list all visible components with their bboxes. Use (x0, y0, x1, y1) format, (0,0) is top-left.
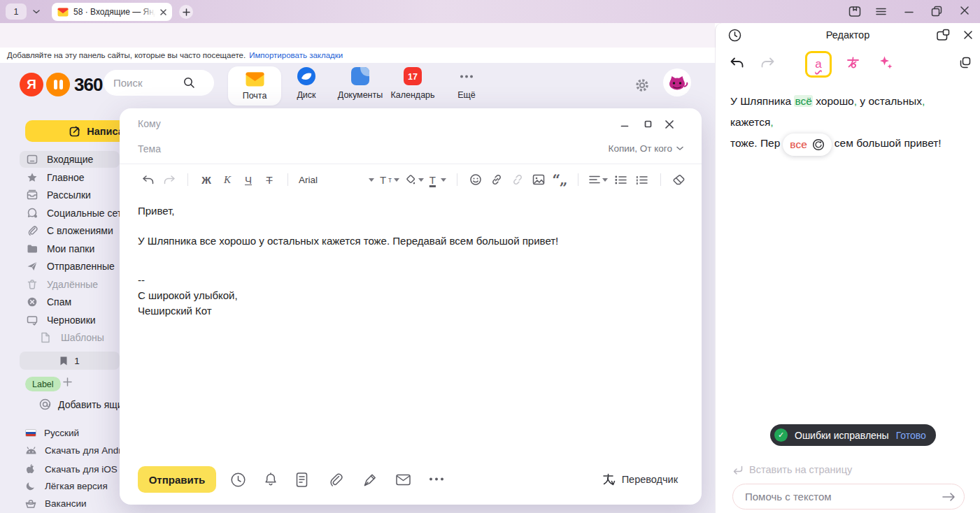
sidebar-folder-social[interactable]: Социальные сети (20, 205, 120, 222)
sidebar-folder-sent[interactable]: Отправленные (20, 258, 120, 275)
add-label-icon[interactable] (63, 377, 72, 386)
signature-dashes[interactable]: -- (138, 273, 145, 287)
download-ios-link[interactable]: Скачать для iOS (25, 463, 118, 475)
panel-close-icon[interactable] (963, 30, 973, 40)
attach-file-icon[interactable] (327, 472, 343, 488)
app-mail[interactable]: Почта (228, 66, 281, 106)
font-family-select[interactable]: Arial (299, 175, 374, 185)
vacancies-link[interactable]: Вакансии (25, 498, 87, 509)
link-icon[interactable] (489, 172, 504, 187)
email-body-text[interactable]: У Шляпника все хорошо у остальных кажетс… (138, 233, 683, 248)
envelope-icon[interactable] (395, 472, 411, 488)
translator-button[interactable]: Переводчик (602, 472, 678, 486)
search-box[interactable] (104, 70, 214, 96)
settings-gear-icon[interactable] (634, 77, 651, 94)
window-restore-button[interactable] (931, 6, 942, 17)
to-field[interactable]: Кому (138, 118, 161, 129)
insert-image-icon[interactable] (531, 172, 546, 187)
editor-undo-icon[interactable] (730, 57, 744, 69)
pen-icon[interactable] (362, 472, 378, 488)
align-icon[interactable] (589, 172, 608, 187)
signature-line1[interactable]: С широкой улыбкой, (138, 288, 238, 303)
compose-pencil-icon (69, 126, 80, 137)
send-button[interactable]: Отправить (138, 466, 216, 493)
language-link[interactable]: Русский (25, 428, 79, 438)
compose-popout-icon[interactable] (644, 120, 653, 129)
eraser-icon[interactable] (672, 172, 687, 187)
emoji-icon[interactable] (468, 172, 483, 187)
italic-button[interactable]: К (220, 172, 235, 187)
highlight-color-button[interactable] (405, 172, 424, 187)
undo-icon[interactable] (141, 172, 156, 187)
add-mailbox-row[interactable]: Добавить ящик (39, 398, 127, 410)
sidebar-folder-inbox[interactable]: Входящие (20, 151, 120, 168)
sidebar-folder-trash[interactable]: Удалённые (20, 276, 120, 293)
added-word[interactable]: всё (794, 95, 812, 107)
underline-button[interactable]: Ч (241, 172, 256, 187)
import-bookmarks-link[interactable]: Импортировать закладки (249, 51, 343, 59)
quote-icon[interactable]: “„ (552, 172, 567, 187)
signature-line2[interactable]: Чеширский Кот (138, 303, 212, 318)
unlink-icon[interactable] (510, 172, 525, 187)
ai-prompt-box[interactable] (732, 484, 965, 510)
redo-icon[interactable] (162, 172, 177, 187)
tab-list-chevron-icon[interactable] (32, 9, 41, 15)
window-minimize-button[interactable] (904, 11, 914, 13)
corrected-text[interactable]: У Шляпника всё хорошо, у остальных, каже… (730, 91, 967, 156)
template-icon[interactable] (296, 472, 308, 488)
revert-word-pill[interactable]: все (783, 133, 831, 156)
sidebar-folder-newsletters[interactable]: Рассылки (20, 187, 120, 203)
revert-icon[interactable] (812, 138, 825, 151)
browser-tab[interactable]: 58 · Входящие — Яндек (52, 3, 172, 21)
sidebar-folder-attachments[interactable]: С вложениями (20, 222, 120, 239)
email-greeting[interactable]: Привет, (138, 203, 175, 218)
app-calendar[interactable]: 17 Календарь (386, 66, 439, 100)
label-tag[interactable]: Label (25, 377, 61, 391)
compose-close-icon[interactable] (665, 120, 674, 129)
cc-from-toggle[interactable]: Копии, От кого (609, 143, 683, 154)
bold-button[interactable]: Ж (199, 172, 214, 187)
new-tab-button[interactable] (179, 5, 193, 19)
light-version-link[interactable]: Лёгкая версия (25, 481, 108, 491)
app-more[interactable]: Ещё (440, 66, 493, 100)
reminder-bell-icon[interactable] (263, 472, 278, 488)
ai-prompt-input[interactable] (745, 491, 942, 503)
toast-done-button[interactable]: Готово (896, 430, 926, 441)
spellcheck-tool-highlighted[interactable]: а (805, 51, 832, 78)
copy-icon[interactable] (958, 56, 972, 70)
sidebar-folder-main[interactable]: Главное (20, 169, 120, 186)
subject-field[interactable]: Тема (138, 143, 161, 154)
search-icon[interactable] (183, 77, 195, 89)
sidebar-folder-drafts[interactable]: Черновики (20, 312, 120, 328)
sidebar-folder-templates[interactable]: Шаблоны (20, 329, 120, 346)
strikethrough-button[interactable]: Т (262, 172, 277, 187)
window-close-button[interactable] (960, 6, 970, 15)
yandex360-logo[interactable]: Я 360 (20, 73, 102, 96)
tab-count-button[interactable]: 1 (6, 3, 27, 20)
submit-arrow-icon[interactable] (942, 492, 956, 502)
editor-redo-icon[interactable] (760, 57, 775, 69)
tab-close-icon[interactable] (160, 9, 166, 15)
compose-minimize-icon[interactable] (620, 120, 630, 129)
sidebar-folder-myfolders[interactable]: Мои папки (20, 240, 120, 257)
text-color-button[interactable]: Т (429, 172, 446, 187)
user-avatar[interactable] (663, 68, 691, 96)
download-android-link[interactable]: Скачать для Android (25, 445, 134, 456)
rephrase-icon[interactable] (846, 56, 861, 70)
app-disk[interactable]: Диск (280, 66, 333, 100)
sidebar-bookmarks-row[interactable]: 1 (20, 352, 120, 370)
numbered-list-icon[interactable] (634, 172, 650, 187)
sidebar-panel-icon[interactable] (848, 6, 861, 17)
browser-menu-icon[interactable] (876, 8, 886, 15)
search-input[interactable] (113, 77, 183, 89)
bullet-list-icon[interactable] (613, 172, 629, 187)
sidebar-folder-spam[interactable]: Спам (20, 294, 120, 310)
insert-to-page-action[interactable]: Вставить на страницу (732, 464, 852, 475)
send-later-clock-icon[interactable] (230, 472, 246, 488)
font-size-button[interactable]: Tт (380, 172, 399, 187)
ai-sparkles-icon[interactable] (878, 55, 893, 71)
app-docs[interactable]: Документы (334, 66, 387, 100)
more-options-icon[interactable] (429, 477, 444, 481)
open-in-window-icon[interactable] (936, 29, 950, 42)
toast-message: Ошибки исправлены (795, 430, 889, 441)
